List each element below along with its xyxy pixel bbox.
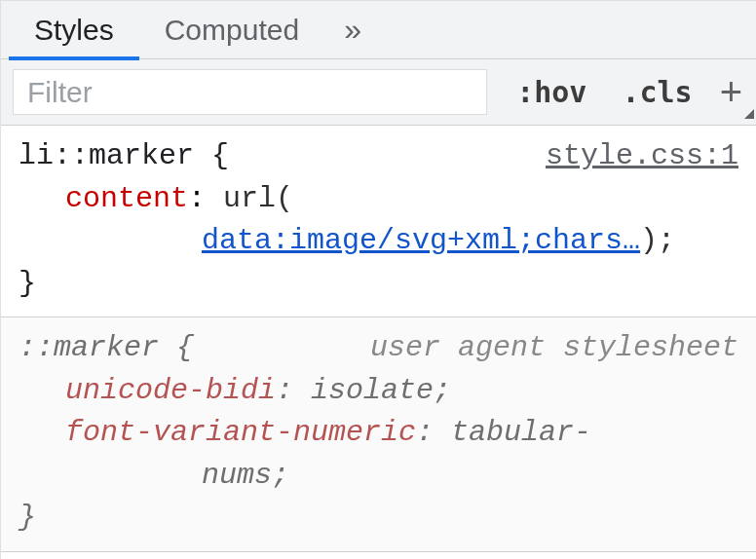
css-property: unicode-bidi xyxy=(65,374,276,407)
plus-icon: + xyxy=(720,70,742,114)
css-property[interactable]: content xyxy=(65,182,188,215)
brace-open: { xyxy=(211,139,229,172)
rule-selector: ::marker xyxy=(19,331,159,364)
rule-header: ::marker { user agent stylesheet xyxy=(19,327,738,370)
rule-source-link[interactable]: style.css:1 xyxy=(546,135,738,178)
brace-open: { xyxy=(176,331,194,364)
url-value-link[interactable]: data:image/svg+xml;chars… xyxy=(202,224,640,257)
new-style-rule-button[interactable]: + xyxy=(710,59,756,125)
rule-selector[interactable]: li::marker xyxy=(19,139,194,172)
style-rule-user-agent[interactable]: ::marker { user agent stylesheet unicode… xyxy=(1,317,756,552)
style-rules: li::marker { style.css:1 content: url( d… xyxy=(1,126,756,552)
colon: : xyxy=(276,374,293,407)
filter-input[interactable] xyxy=(13,69,487,115)
url-fn-open: url( xyxy=(223,182,293,215)
tabs-overflow-button[interactable]: » xyxy=(324,12,378,48)
css-value: tabular- xyxy=(451,416,591,449)
tab-styles[interactable]: Styles xyxy=(9,1,139,59)
style-rule[interactable]: li::marker { style.css:1 content: url( d… xyxy=(1,126,756,317)
hov-toggle[interactable]: :hov xyxy=(499,59,604,125)
css-property: font-variant-numeric xyxy=(65,416,416,449)
css-value-wrap: nums; xyxy=(202,459,289,492)
styles-toolbar: :hov .cls + xyxy=(1,59,756,126)
css-declaration[interactable]: content: url( data:image/svg+xml;chars…)… xyxy=(19,178,738,263)
brace-close: } xyxy=(19,497,738,540)
css-declaration: unicode-bidi: isolate; xyxy=(19,370,738,413)
dropdown-corner-icon xyxy=(744,109,754,119)
panel-tabs: Styles Computed » xyxy=(1,1,756,59)
rule-source-user-agent: user agent stylesheet xyxy=(370,327,738,370)
rule-header: li::marker { style.css:1 xyxy=(19,135,738,178)
css-declaration: font-variant-numeric: tabular- nums; xyxy=(19,412,738,497)
rule-selector-line: ::marker { xyxy=(19,327,194,370)
colon: : xyxy=(188,182,206,215)
url-fn-close: ); xyxy=(640,224,675,257)
css-value: isolate; xyxy=(311,374,451,407)
cls-toggle[interactable]: .cls xyxy=(604,59,709,125)
colon: : xyxy=(416,416,434,449)
brace-close: } xyxy=(19,263,738,306)
tab-computed[interactable]: Computed xyxy=(139,1,324,59)
rule-selector-line: li::marker { xyxy=(19,135,229,178)
